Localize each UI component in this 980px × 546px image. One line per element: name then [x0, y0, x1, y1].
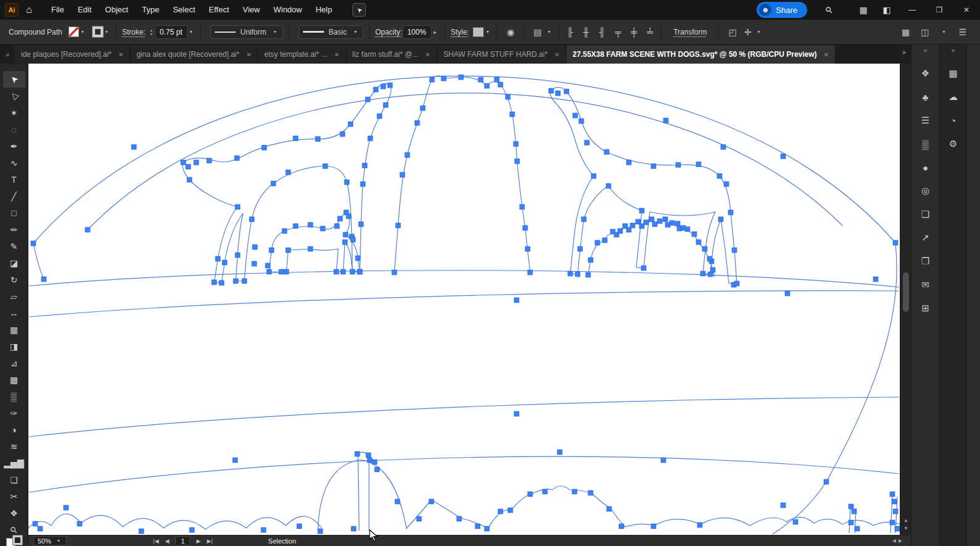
anchor-point[interactable]	[395, 499, 400, 504]
anchor-point[interactable]	[573, 113, 578, 118]
symbol-sprayer-tool[interactable]: ≋	[3, 438, 25, 455]
anchor-point[interactable]	[475, 524, 480, 529]
menu-type[interactable]: Type	[135, 0, 166, 20]
anchor-point[interactable]	[235, 156, 239, 161]
vector-path[interactable]	[550, 87, 737, 284]
restore-button[interactable]: ❐	[926, 0, 953, 20]
anchor-point[interactable]	[249, 217, 254, 222]
brush-dropdown[interactable]: Basic ▾	[299, 25, 363, 39]
settings-icon[interactable]: ⚙	[943, 135, 964, 153]
anchor-point[interactable]	[785, 291, 790, 296]
anchor-point[interactable]	[568, 271, 573, 276]
fill-stroke-indicator[interactable]	[6, 538, 22, 545]
anchor-point[interactable]	[676, 162, 681, 167]
anchor-point[interactable]	[513, 141, 518, 146]
anchor-point[interactable]	[139, 529, 144, 534]
cloud-documents-icon[interactable]: ☁	[943, 88, 964, 106]
eyedropper-tool[interactable]: ✑	[3, 405, 25, 421]
stroke-chevron-icon[interactable]: ▾	[106, 29, 108, 35]
anchor-point[interactable]	[284, 269, 289, 274]
anchor-point[interactable]	[340, 132, 345, 136]
anchor-point[interactable]	[626, 160, 631, 165]
anchor-point[interactable]	[675, 221, 680, 226]
anchor-point[interactable]	[852, 509, 857, 514]
anchor-point[interactable]	[235, 253, 240, 258]
isolate-icon[interactable]: ✛	[744, 27, 752, 37]
stroke-proxy-swatch[interactable]	[13, 536, 22, 545]
anchor-point[interactable]	[515, 159, 520, 164]
home-icon[interactable]: ⌂	[19, 4, 39, 15]
symbols-panel-icon[interactable]: ♣	[915, 88, 936, 106]
type-tool[interactable]: T	[3, 171, 25, 188]
anchor-point[interactable]	[663, 217, 668, 222]
anchor-point[interactable]	[575, 272, 580, 277]
anchor-point[interactable]	[297, 524, 302, 529]
vector-path[interactable]	[29, 291, 899, 317]
artboards-panel-icon[interactable]: ❏	[915, 205, 936, 224]
workspace-switcher-icon[interactable]: ▦	[852, 5, 875, 15]
anchor-point[interactable]	[895, 526, 900, 531]
anchor-point[interactable]	[186, 164, 191, 169]
anchor-point[interactable]	[286, 248, 291, 253]
style-chevron-icon[interactable]: ▾	[486, 29, 489, 35]
menu-edit[interactable]: Edit	[71, 0, 98, 20]
anchor-point[interactable]	[261, 527, 266, 532]
anchor-point[interactable]	[685, 227, 690, 232]
anchor-point[interactable]	[591, 174, 596, 178]
anchor-point[interactable]	[233, 458, 238, 463]
anchor-point[interactable]	[717, 174, 722, 178]
anchor-point[interactable]	[318, 529, 323, 534]
anchor-point[interactable]	[728, 210, 733, 215]
vector-path[interactable]	[394, 76, 530, 272]
curvature-tool[interactable]: ∿	[3, 154, 25, 171]
anchor-point[interactable]	[429, 499, 434, 504]
anchor-point[interactable]	[334, 224, 339, 229]
anchor-point[interactable]	[293, 224, 298, 229]
anchor-point[interactable]	[235, 204, 240, 209]
anchor-point[interactable]	[267, 269, 272, 274]
anchor-point[interactable]	[351, 237, 355, 242]
anchor-point[interactable]	[373, 87, 378, 92]
anchor-point[interactable]	[357, 269, 362, 274]
eraser-tool[interactable]: ◪	[3, 254, 25, 271]
anchor-point[interactable]	[893, 509, 898, 514]
anchor-point[interactable]	[344, 180, 349, 185]
workspace-grid-icon[interactable]: ▦	[943, 64, 964, 83]
scale-tool[interactable]: ▱	[3, 288, 25, 304]
align-bottom-icon[interactable]: ╧	[647, 27, 653, 37]
anchor-point[interactable]	[405, 153, 410, 158]
tab-overflow-icon[interactable]: »	[902, 48, 906, 56]
anchor-point[interactable]	[586, 272, 591, 277]
anchor-point[interactable]	[781, 154, 786, 159]
anchor-point[interactable]	[670, 220, 675, 225]
document-tab[interactable]: 27.55X38 FARM SCENE WITH DOGS.svg* @ 50 …	[567, 45, 836, 64]
anchor-point[interactable]	[279, 269, 284, 274]
close-tab-icon[interactable]: ✕	[118, 51, 123, 58]
selection-tool[interactable]: ➤	[3, 71, 25, 88]
recolor-artwork-icon[interactable]: ◉	[507, 27, 514, 37]
anchor-point[interactable]	[350, 269, 355, 274]
anchor-point[interactable]	[377, 114, 382, 119]
menu-window[interactable]: Window	[267, 0, 309, 20]
grid-options-icon[interactable]: ▦	[902, 27, 910, 37]
anchor-point[interactable]	[308, 222, 313, 227]
anchor-point[interactable]	[849, 504, 853, 509]
anchor-point[interactable]	[607, 506, 612, 511]
anchor-point[interactable]	[606, 183, 611, 188]
align-top-icon[interactable]: ╤	[615, 27, 621, 37]
anchor-point[interactable]	[602, 238, 607, 243]
panel-layout-icon[interactable]: ◧	[875, 5, 899, 15]
anchor-point[interactable]	[523, 225, 528, 230]
document-setup-chevron-icon[interactable]: ▾	[548, 29, 550, 35]
stroke-stepper[interactable]: ▴▾	[151, 28, 152, 36]
anchor-point[interactable]	[494, 77, 499, 82]
document-tab[interactable]: gina alex quote [Recovered].ai*✕	[130, 45, 258, 64]
anchor-point[interactable]	[430, 77, 434, 82]
anchor-point[interactable]	[181, 160, 186, 165]
shape-builder-tool[interactable]: ◨	[3, 338, 25, 355]
anchor-point[interactable]	[219, 280, 224, 285]
menu-select[interactable]: Select	[166, 0, 202, 20]
anchor-point[interactable]	[564, 89, 569, 94]
paintbrush-tool[interactable]: ✏	[3, 221, 25, 238]
anchor-point[interactable]	[417, 516, 421, 521]
